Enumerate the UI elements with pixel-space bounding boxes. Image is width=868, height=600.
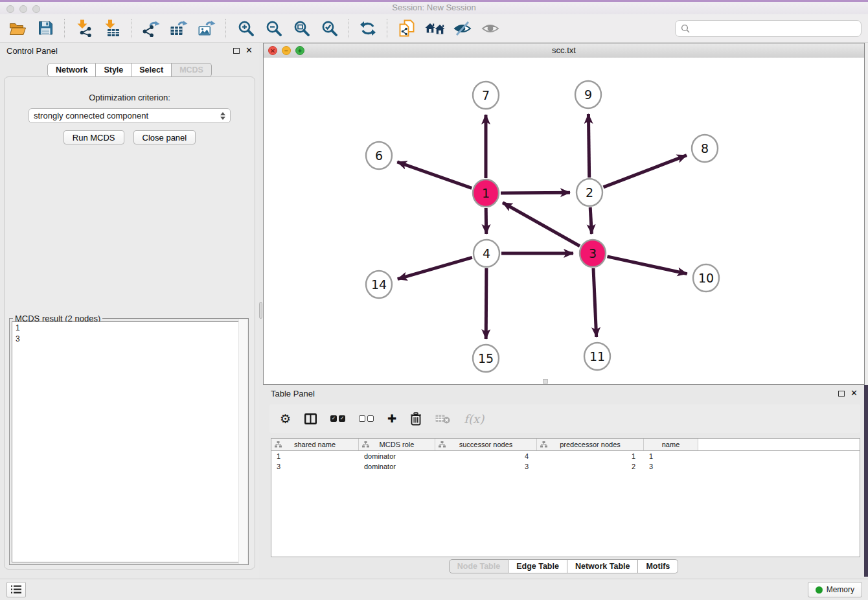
graph-node-14[interactable]: 14 <box>366 271 392 298</box>
app-title: Session: New Session <box>0 2 868 14</box>
tab-motifs[interactable]: Motifs <box>638 559 678 573</box>
zoom-window-icon[interactable] <box>32 5 40 13</box>
minimize-network-icon[interactable]: − <box>282 46 291 55</box>
graph-edge-1-4[interactable] <box>486 208 486 234</box>
close-panel-button[interactable]: Close panel <box>133 130 196 144</box>
tab-node-table[interactable]: Node Table <box>449 559 508 573</box>
network-window-title: scc.txt <box>264 43 864 57</box>
column-header-successor-nodes[interactable]: successor nodes <box>435 439 537 450</box>
table-cell[interactable]: 2 <box>537 463 644 470</box>
app-titlebar: Session: New Session <box>0 0 868 14</box>
open-session-button[interactable] <box>6 17 29 40</box>
refresh-layout-button[interactable] <box>357 17 379 40</box>
float-panel-icon[interactable] <box>233 48 240 54</box>
zoom-out-button[interactable] <box>262 17 284 40</box>
graph-node-7[interactable]: 7 <box>473 82 499 109</box>
add-column-icon[interactable]: ✚ <box>387 413 396 424</box>
first-neighbors-button[interactable] <box>424 17 446 40</box>
close-table-panel-icon[interactable]: ✕ <box>851 389 858 397</box>
column-header-shared-name[interactable]: shared name <box>271 439 359 450</box>
list-icon <box>11 585 21 594</box>
table-row[interactable]: 3dominator323 <box>271 461 860 472</box>
export-network-button[interactable] <box>140 17 162 40</box>
tab-select[interactable]: Select <box>131 63 172 77</box>
run-mcds-button[interactable]: Run MCDS <box>63 130 124 144</box>
graph-edge-2-9[interactable] <box>588 114 589 178</box>
network-canvas[interactable]: 1234678910111415 <box>264 58 864 384</box>
table-cell[interactable]: 1 <box>271 452 359 460</box>
split-view-icon[interactable] <box>304 413 317 424</box>
table-cell[interactable]: 1 <box>537 452 644 460</box>
toolbar-separator <box>348 19 349 38</box>
table-cell[interactable]: 1 <box>644 452 698 460</box>
graph-edge-4-14[interactable] <box>398 257 472 279</box>
table-cell[interactable]: 4 <box>435 452 537 460</box>
deselect-all-icon[interactable] <box>359 415 374 422</box>
table-cell[interactable]: dominator <box>359 452 435 460</box>
graph-node-3[interactable]: 3 <box>580 240 606 267</box>
tab-mcds[interactable]: MCDS <box>172 63 212 77</box>
network-window-titlebar[interactable]: ✕ − + scc.txt <box>264 43 864 58</box>
maximize-network-icon[interactable]: + <box>295 46 304 55</box>
show-all-button[interactable] <box>479 17 501 40</box>
task-history-button[interactable] <box>6 582 26 597</box>
column-header-name[interactable]: name <box>644 439 698 450</box>
table-cell[interactable]: 3 <box>644 463 698 470</box>
zoom-in-button[interactable] <box>234 17 257 40</box>
column-header-predecessor-nodes[interactable]: predecessor nodes <box>537 439 644 450</box>
table-cell[interactable]: 3 <box>271 463 359 470</box>
tab-style[interactable]: Style <box>96 63 131 77</box>
graph-node-4[interactable]: 4 <box>474 240 499 267</box>
save-session-button[interactable] <box>34 17 56 40</box>
duplicate-network-button[interactable] <box>396 17 418 40</box>
graph-edge-3-11[interactable] <box>593 268 597 337</box>
graph-node-9[interactable]: 9 <box>575 81 601 108</box>
tab-network[interactable]: Network <box>47 63 96 77</box>
import-table-button[interactable] <box>101 17 123 40</box>
graph-edge-1-6[interactable] <box>397 162 472 189</box>
graph-node-2[interactable]: 2 <box>577 179 602 206</box>
delete-column-trash-icon[interactable] <box>410 412 422 426</box>
zoom-selected-button[interactable] <box>318 17 340 40</box>
graph-edge-2-8[interactable] <box>604 156 687 187</box>
svg-text:15: 15 <box>478 351 494 365</box>
export-table-button[interactable] <box>168 17 190 40</box>
graph-node-11[interactable]: 11 <box>584 343 610 370</box>
tab-edge-table[interactable]: Edge Table <box>508 559 567 573</box>
column-header-MCDS-role[interactable]: MCDS role <box>359 439 435 450</box>
tab-network-table[interactable]: Network Table <box>567 559 639 573</box>
splitter-grip[interactable] <box>259 302 262 319</box>
horizontal-splitter-grip[interactable] <box>543 379 548 384</box>
table-settings-gear-icon[interactable]: ⚙ <box>280 413 291 425</box>
minimize-window-icon[interactable] <box>19 5 27 13</box>
graph-node-10[interactable]: 10 <box>693 264 719 292</box>
table-cell[interactable]: dominator <box>359 463 435 470</box>
table-tabs: Node TableEdge TableNetwork TableMotifs <box>263 559 864 573</box>
close-network-icon[interactable]: ✕ <box>268 46 277 55</box>
save-floppy-icon <box>38 21 53 36</box>
graph-node-1[interactable]: 1 <box>473 179 499 207</box>
graph-edge-4-15[interactable] <box>486 268 486 339</box>
search-input[interactable] <box>694 23 856 34</box>
memory-button[interactable]: Memory <box>808 582 862 597</box>
close-window-icon[interactable] <box>6 5 14 13</box>
optimization-criterion-select[interactable]: strongly connected component <box>29 108 231 123</box>
graph-edge-1-2[interactable] <box>501 192 570 193</box>
graph-node-6[interactable]: 6 <box>366 142 392 169</box>
float-table-panel-icon[interactable] <box>838 391 845 397</box>
graph-node-15[interactable]: 15 <box>473 345 499 372</box>
graph-edge-3-10[interactable] <box>608 257 687 274</box>
hide-selected-button[interactable] <box>451 17 474 40</box>
close-panel-icon[interactable]: ✕ <box>246 47 253 54</box>
graph-edge-2-3[interactable] <box>590 207 591 234</box>
zoom-fit-button[interactable] <box>290 17 312 40</box>
table-cell[interactable]: 3 <box>435 463 537 470</box>
result-scrollbar[interactable] <box>238 319 247 564</box>
select-all-icon[interactable]: ✓✓ <box>330 415 345 422</box>
graph-node-8[interactable]: 8 <box>692 135 718 162</box>
table-panel: Table Panel ✕ ⚙ ✓✓ ✚ <box>263 385 864 579</box>
import-network-button[interactable] <box>73 17 95 40</box>
table-row[interactable]: 1dominator411 <box>271 451 860 461</box>
export-image-button[interactable] <box>196 17 218 40</box>
graph-edge-3-1[interactable] <box>503 203 580 246</box>
